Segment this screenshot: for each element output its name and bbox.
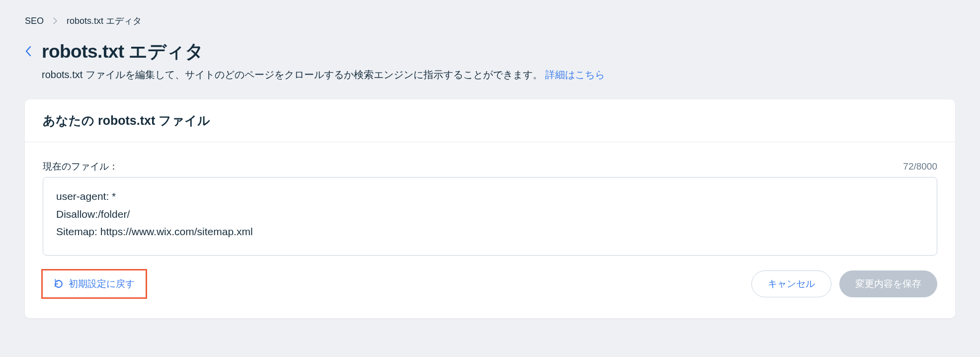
- learn-more-link[interactable]: 詳細はこちら: [545, 69, 605, 80]
- chevron-right-icon: [53, 17, 58, 25]
- card-title: あなたの robots.txt ファイル: [43, 112, 937, 129]
- breadcrumb: SEO robots.txt エディタ: [25, 15, 955, 27]
- page-title: robots.txt エディタ: [42, 39, 955, 64]
- reset-icon: [54, 279, 64, 289]
- reset-button[interactable]: 初期設定に戻す: [43, 270, 146, 297]
- page-description: robots.txt ファイルを編集して、サイトのどのページをクロールするか検索…: [42, 67, 955, 82]
- char-count: 72/8000: [903, 161, 937, 172]
- cancel-button[interactable]: キャンセル: [751, 270, 831, 297]
- card-header: あなたの robots.txt ファイル: [25, 99, 955, 142]
- breadcrumb-item-seo[interactable]: SEO: [25, 16, 44, 26]
- page-header: robots.txt エディタ robots.txt ファイルを編集して、サイト…: [25, 39, 955, 82]
- field-label: 現在のファイル：: [43, 160, 118, 173]
- right-buttons: キャンセル 変更内容を保存: [751, 270, 937, 297]
- page-description-text: robots.txt ファイルを編集して、サイトのどのページをクロールするか検索…: [42, 69, 543, 80]
- back-arrow-icon[interactable]: [25, 39, 32, 57]
- robots-textarea[interactable]: user-agent: * Disallow:/folder/ Sitemap:…: [56, 187, 924, 241]
- reset-button-label: 初期設定に戻す: [69, 277, 135, 290]
- save-button[interactable]: 変更内容を保存: [839, 270, 937, 297]
- card-body: 現在のファイル： 72/8000 user-agent: * Disallow:…: [25, 142, 955, 318]
- breadcrumb-item-editor[interactable]: robots.txt エディタ: [67, 15, 142, 27]
- actions-row: 初期設定に戻す キャンセル 変更内容を保存: [43, 270, 937, 297]
- robots-textarea-wrapper[interactable]: user-agent: * Disallow:/folder/ Sitemap:…: [43, 177, 937, 256]
- robots-file-card: あなたの robots.txt ファイル 現在のファイル： 72/8000 us…: [25, 99, 955, 318]
